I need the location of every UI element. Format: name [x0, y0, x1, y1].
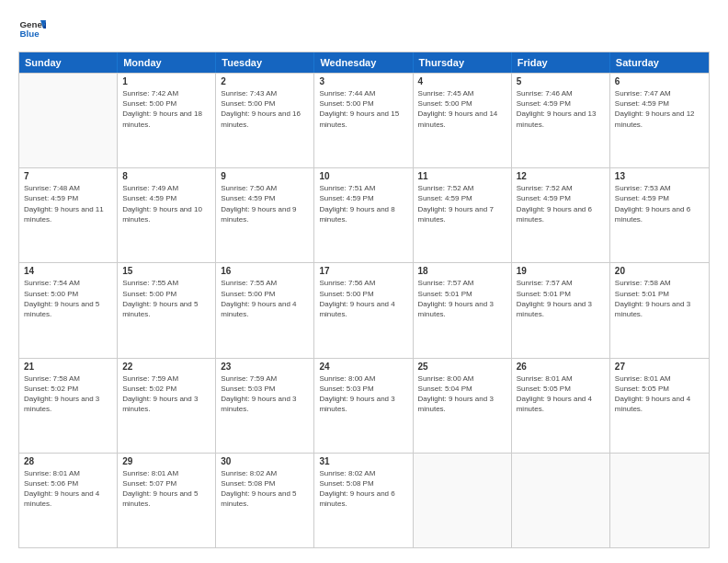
day-info: Sunrise: 7:56 AMSunset: 5:00 PMDaylight:…	[319, 278, 407, 319]
calendar-week: 28Sunrise: 8:01 AMSunset: 5:06 PMDayligh…	[19, 453, 709, 547]
day-number: 7	[24, 171, 112, 181]
day-info: Sunrise: 7:57 AMSunset: 5:01 PMDaylight:…	[517, 278, 605, 319]
calendar-header-cell: Monday	[118, 52, 216, 73]
calendar-cell	[19, 74, 118, 167]
calendar-cell: 1Sunrise: 7:42 AMSunset: 5:00 PMDaylight…	[118, 74, 216, 167]
day-number: 3	[319, 76, 407, 86]
day-number: 5	[517, 76, 605, 86]
calendar-week: 1Sunrise: 7:42 AMSunset: 5:00 PMDaylight…	[19, 73, 709, 167]
day-info: Sunrise: 7:47 AMSunset: 4:59 PMDaylight:…	[615, 88, 704, 130]
calendar-cell: 24Sunrise: 8:00 AMSunset: 5:03 PMDayligh…	[314, 359, 413, 453]
day-info: Sunrise: 7:55 AMSunset: 5:00 PMDaylight:…	[221, 278, 309, 319]
calendar-cell: 5Sunrise: 7:46 AMSunset: 4:59 PMDaylight…	[512, 74, 610, 167]
day-number: 30	[221, 456, 309, 466]
day-info: Sunrise: 7:55 AMSunset: 5:00 PMDaylight:…	[122, 278, 210, 319]
logo: General Blue	[18, 15, 46, 42]
day-number: 27	[615, 362, 704, 372]
calendar-cell: 6Sunrise: 7:47 AMSunset: 4:59 PMDaylight…	[610, 74, 709, 167]
day-info: Sunrise: 7:50 AMSunset: 4:59 PMDaylight:…	[221, 183, 309, 224]
day-number: 19	[517, 266, 605, 276]
day-number: 6	[615, 76, 704, 86]
calendar-header-cell: Wednesday	[314, 52, 413, 73]
day-number: 24	[319, 362, 407, 372]
calendar-header-row: SundayMondayTuesdayWednesdayThursdayFrid…	[19, 52, 709, 73]
calendar-cell: 21Sunrise: 7:58 AMSunset: 5:02 PMDayligh…	[19, 359, 118, 453]
day-number: 15	[122, 266, 210, 276]
day-number: 13	[615, 171, 704, 181]
header: General Blue	[18, 15, 710, 42]
day-info: Sunrise: 7:52 AMSunset: 4:59 PMDaylight:…	[418, 183, 506, 224]
day-number: 20	[615, 266, 704, 276]
day-info: Sunrise: 7:59 AMSunset: 5:02 PMDaylight:…	[122, 373, 210, 415]
calendar-cell: 3Sunrise: 7:44 AMSunset: 5:00 PMDaylight…	[314, 74, 413, 167]
calendar-cell: 15Sunrise: 7:55 AMSunset: 5:00 PMDayligh…	[118, 263, 216, 357]
day-info: Sunrise: 7:46 AMSunset: 4:59 PMDaylight:…	[517, 88, 605, 130]
day-info: Sunrise: 8:01 AMSunset: 5:05 PMDaylight:…	[517, 373, 605, 415]
calendar-cell: 18Sunrise: 7:57 AMSunset: 5:01 PMDayligh…	[414, 263, 512, 357]
day-info: Sunrise: 7:43 AMSunset: 5:00 PMDaylight:…	[221, 88, 309, 130]
day-info: Sunrise: 8:01 AMSunset: 5:07 PMDaylight:…	[122, 468, 210, 510]
calendar-cell: 25Sunrise: 8:00 AMSunset: 5:04 PMDayligh…	[414, 359, 512, 453]
day-info: Sunrise: 7:57 AMSunset: 5:01 PMDaylight:…	[418, 278, 506, 319]
calendar-cell	[512, 454, 610, 547]
day-number: 26	[517, 362, 605, 372]
calendar-cell: 27Sunrise: 8:01 AMSunset: 5:05 PMDayligh…	[610, 359, 709, 453]
calendar-cell: 12Sunrise: 7:52 AMSunset: 4:59 PMDayligh…	[512, 168, 610, 262]
calendar-cell: 16Sunrise: 7:55 AMSunset: 5:00 PMDayligh…	[216, 263, 314, 357]
calendar-cell: 17Sunrise: 7:56 AMSunset: 5:00 PMDayligh…	[314, 263, 413, 357]
day-info: Sunrise: 7:52 AMSunset: 4:59 PMDaylight:…	[517, 183, 605, 224]
calendar-body: 1Sunrise: 7:42 AMSunset: 5:00 PMDaylight…	[19, 73, 709, 547]
day-info: Sunrise: 7:45 AMSunset: 5:00 PMDaylight:…	[418, 88, 506, 130]
calendar-cell: 28Sunrise: 8:01 AMSunset: 5:06 PMDayligh…	[19, 454, 118, 547]
calendar-cell: 10Sunrise: 7:51 AMSunset: 4:59 PMDayligh…	[314, 168, 413, 262]
calendar-header-cell: Tuesday	[216, 52, 314, 73]
calendar-cell: 9Sunrise: 7:50 AMSunset: 4:59 PMDaylight…	[216, 168, 314, 262]
calendar-cell: 23Sunrise: 7:59 AMSunset: 5:03 PMDayligh…	[216, 359, 314, 453]
calendar-cell: 11Sunrise: 7:52 AMSunset: 4:59 PMDayligh…	[414, 168, 512, 262]
calendar-header-cell: Thursday	[414, 52, 512, 73]
calendar-cell	[414, 454, 512, 547]
calendar-cell	[610, 454, 709, 547]
day-info: Sunrise: 8:02 AMSunset: 5:08 PMDaylight:…	[221, 468, 309, 510]
page: General Blue SundayMondayTuesdayWednesda…	[0, 0, 728, 563]
day-info: Sunrise: 7:49 AMSunset: 4:59 PMDaylight:…	[122, 183, 210, 224]
svg-text:Blue: Blue	[20, 29, 40, 39]
day-info: Sunrise: 7:44 AMSunset: 5:00 PMDaylight:…	[319, 88, 407, 130]
calendar-cell: 31Sunrise: 8:02 AMSunset: 5:08 PMDayligh…	[314, 454, 413, 547]
calendar-cell: 30Sunrise: 8:02 AMSunset: 5:08 PMDayligh…	[216, 454, 314, 547]
day-number: 17	[319, 266, 407, 276]
day-number: 16	[221, 266, 309, 276]
day-info: Sunrise: 7:54 AMSunset: 5:00 PMDaylight:…	[24, 278, 112, 319]
day-number: 23	[221, 362, 309, 372]
day-number: 11	[418, 171, 506, 181]
day-info: Sunrise: 7:53 AMSunset: 4:59 PMDaylight:…	[615, 183, 704, 224]
calendar-week: 21Sunrise: 7:58 AMSunset: 5:02 PMDayligh…	[19, 358, 709, 453]
calendar-cell: 2Sunrise: 7:43 AMSunset: 5:00 PMDaylight…	[216, 74, 314, 167]
day-info: Sunrise: 7:48 AMSunset: 4:59 PMDaylight:…	[24, 183, 112, 224]
calendar-header-cell: Saturday	[610, 52, 709, 73]
day-info: Sunrise: 8:02 AMSunset: 5:08 PMDaylight:…	[319, 468, 407, 510]
day-number: 10	[319, 171, 407, 181]
calendar-cell: 29Sunrise: 8:01 AMSunset: 5:07 PMDayligh…	[118, 454, 216, 547]
calendar-week: 14Sunrise: 7:54 AMSunset: 5:00 PMDayligh…	[19, 262, 709, 357]
calendar-cell: 26Sunrise: 8:01 AMSunset: 5:05 PMDayligh…	[512, 359, 610, 453]
day-number: 4	[418, 76, 506, 86]
calendar-week: 7Sunrise: 7:48 AMSunset: 4:59 PMDaylight…	[19, 167, 709, 262]
day-number: 28	[24, 456, 112, 466]
day-number: 25	[418, 362, 506, 372]
day-number: 8	[122, 171, 210, 181]
day-info: Sunrise: 7:58 AMSunset: 5:02 PMDaylight:…	[24, 373, 112, 415]
calendar-header-cell: Friday	[512, 52, 610, 73]
calendar-cell: 4Sunrise: 7:45 AMSunset: 5:00 PMDaylight…	[414, 74, 512, 167]
calendar-header-cell: Sunday	[19, 52, 118, 73]
calendar-cell: 13Sunrise: 7:53 AMSunset: 4:59 PMDayligh…	[610, 168, 709, 262]
day-number: 14	[24, 266, 112, 276]
day-info: Sunrise: 8:01 AMSunset: 5:06 PMDaylight:…	[24, 468, 112, 510]
day-info: Sunrise: 7:58 AMSunset: 5:01 PMDaylight:…	[615, 278, 704, 319]
calendar-cell: 14Sunrise: 7:54 AMSunset: 5:00 PMDayligh…	[19, 263, 118, 357]
day-number: 22	[122, 362, 210, 372]
day-info: Sunrise: 7:42 AMSunset: 5:00 PMDaylight:…	[122, 88, 210, 130]
calendar-cell: 22Sunrise: 7:59 AMSunset: 5:02 PMDayligh…	[118, 359, 216, 453]
day-number: 18	[418, 266, 506, 276]
day-number: 29	[122, 456, 210, 466]
